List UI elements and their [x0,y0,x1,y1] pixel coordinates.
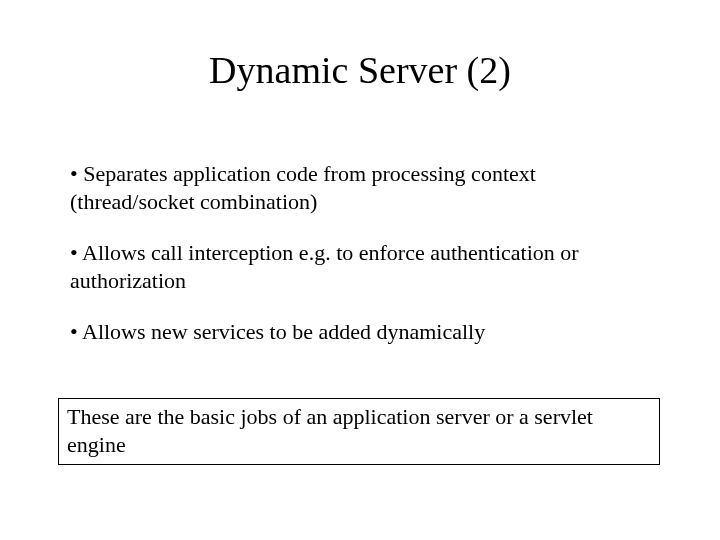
bullet-item: • Separates application code from proces… [70,160,650,215]
slide-body: • Separates application code from proces… [70,160,650,370]
slide: Dynamic Server (2) • Separates applicati… [0,0,720,540]
note-text: These are the basic jobs of an applicati… [67,404,593,457]
bullet-item: • Allows new services to be added dynami… [70,318,650,346]
note-box: These are the basic jobs of an applicati… [58,398,660,465]
slide-title: Dynamic Server (2) [0,48,720,92]
bullet-item: • Allows call interception e.g. to enfor… [70,239,650,294]
